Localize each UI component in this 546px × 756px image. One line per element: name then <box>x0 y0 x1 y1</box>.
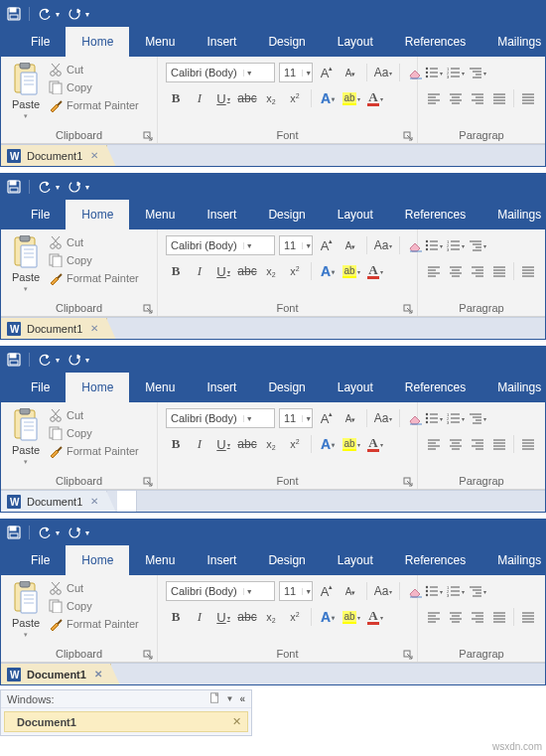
qat-customize[interactable]: ▾ <box>85 10 89 19</box>
paste-button[interactable]: Paste ▾ <box>7 233 45 293</box>
bold-button[interactable]: B <box>166 607 186 627</box>
numbering-button[interactable]: ▾ <box>446 581 466 601</box>
bullets-button[interactable]: ▾ <box>424 581 444 601</box>
clipboard-launcher[interactable] <box>143 650 153 660</box>
font-color-button[interactable]: A▾ <box>365 88 385 108</box>
line-spacing-button[interactable] <box>518 434 538 454</box>
font-name-combo[interactable]: Calibri (Body)▼ <box>166 408 275 428</box>
underline-button[interactable]: U▾ <box>213 88 233 108</box>
chevron-down-icon[interactable]: ▼ <box>243 70 253 76</box>
change-case-button[interactable]: Aa▾ <box>373 581 393 601</box>
tab-home[interactable]: Home <box>66 545 129 575</box>
multilevel-button[interactable]: ▾ <box>468 408 487 428</box>
tab-mailings[interactable]: Mailings <box>481 200 546 229</box>
format-painter-button[interactable]: Format Painter <box>49 98 139 112</box>
align-center-button[interactable] <box>446 607 466 627</box>
cut-button[interactable]: Cut <box>49 408 139 422</box>
line-spacing-button[interactable] <box>518 607 538 627</box>
numbering-button[interactable]: ▾ <box>446 63 466 82</box>
highlight-button[interactable]: ab▾ <box>341 88 361 108</box>
bullets-button[interactable]: ▾ <box>424 408 444 428</box>
clipboard-launcher[interactable] <box>143 304 153 314</box>
superscript-button[interactable]: x2 <box>285 434 305 454</box>
document-tab[interactable]: Document1 ✕ <box>1 664 111 684</box>
redo-icon[interactable] <box>68 526 81 539</box>
subscript-button[interactable]: x2 <box>261 434 281 454</box>
bullets-button[interactable]: ▾ <box>424 235 444 255</box>
tab-mailings[interactable]: Mailings <box>481 373 546 402</box>
chevron-down-icon[interactable]: ▼ <box>302 242 312 249</box>
clipboard-launcher[interactable] <box>143 131 153 141</box>
undo-dropdown[interactable]: ▾ <box>56 529 60 537</box>
bullets-button[interactable]: ▾ <box>424 63 444 82</box>
strikethrough-button[interactable]: abc <box>237 261 257 281</box>
subscript-button[interactable]: x2 <box>261 261 281 281</box>
tab-design[interactable]: Design <box>252 200 321 229</box>
italic-button[interactable]: I <box>190 434 209 454</box>
italic-button[interactable]: I <box>190 261 209 281</box>
dropdown-icon[interactable]: ▼ <box>226 694 234 703</box>
tab-design[interactable]: Design <box>252 27 321 57</box>
italic-button[interactable]: I <box>190 607 209 627</box>
align-center-button[interactable] <box>446 261 466 281</box>
cut-button[interactable]: Cut <box>49 581 139 595</box>
paste-dropdown[interactable]: ▾ <box>24 631 28 639</box>
font-launcher[interactable] <box>403 131 413 141</box>
tab-menu[interactable]: Menu <box>129 27 191 57</box>
undo-dropdown[interactable]: ▾ <box>56 356 60 365</box>
strikethrough-button[interactable]: abc <box>237 88 257 108</box>
save-icon[interactable] <box>7 180 21 194</box>
font-color-button[interactable]: A▾ <box>365 261 385 281</box>
clipboard-launcher[interactable] <box>143 477 153 487</box>
italic-button[interactable]: I <box>190 88 209 108</box>
text-effects-button[interactable]: A▾ <box>318 261 338 281</box>
redo-icon[interactable] <box>68 180 81 194</box>
grow-font-button[interactable]: A▴ <box>317 235 337 255</box>
tab-home[interactable]: Home <box>66 200 129 229</box>
chevron-down-icon[interactable]: ▼ <box>302 588 312 595</box>
text-effects-button[interactable]: A▾ <box>318 434 338 454</box>
justify-button[interactable] <box>489 261 509 281</box>
highlight-button[interactable]: ab▾ <box>341 261 361 281</box>
subscript-button[interactable]: x2 <box>261 607 281 627</box>
redo-icon[interactable] <box>68 353 81 367</box>
change-case-button[interactable]: Aa▾ <box>373 235 393 255</box>
text-effects-button[interactable]: A▾ <box>318 607 338 627</box>
qat-customize[interactable]: ▾ <box>85 183 89 192</box>
chevron-down-icon[interactable]: ▼ <box>243 242 253 249</box>
new-tab-placeholder[interactable] <box>117 491 137 512</box>
numbering-button[interactable]: ▾ <box>446 235 466 255</box>
align-right-button[interactable] <box>468 88 487 108</box>
font-launcher[interactable] <box>403 477 413 487</box>
windows-panel-item[interactable]: Document1 ✕ <box>4 711 248 732</box>
tab-mailings[interactable]: Mailings <box>481 545 546 575</box>
bold-button[interactable]: B <box>166 88 186 108</box>
font-color-button[interactable]: A▾ <box>365 607 385 627</box>
undo-icon[interactable] <box>38 7 52 21</box>
font-size-combo[interactable]: 11▼ <box>279 63 313 82</box>
save-icon[interactable] <box>7 7 21 21</box>
align-right-button[interactable] <box>468 434 487 454</box>
tab-file[interactable]: File <box>15 373 66 402</box>
format-painter-button[interactable]: Format Painter <box>49 444 139 458</box>
strikethrough-button[interactable]: abc <box>237 434 257 454</box>
tab-references[interactable]: References <box>389 200 481 229</box>
close-icon[interactable]: ✕ <box>232 715 241 728</box>
shrink-font-button[interactable]: A▾ <box>341 408 360 428</box>
highlight-button[interactable]: ab▾ <box>341 434 361 454</box>
clear-formatting-button[interactable] <box>406 408 426 428</box>
shrink-font-button[interactable]: A▾ <box>341 63 360 82</box>
tab-file[interactable]: File <box>15 200 66 229</box>
clear-formatting-button[interactable] <box>406 581 426 601</box>
bold-button[interactable]: B <box>166 434 186 454</box>
chevron-down-icon[interactable]: ▼ <box>243 415 253 422</box>
undo-icon[interactable] <box>38 353 52 367</box>
font-color-button[interactable]: A▾ <box>365 434 385 454</box>
shrink-font-button[interactable]: A▾ <box>341 581 360 601</box>
tab-menu[interactable]: Menu <box>129 373 191 402</box>
superscript-button[interactable]: x2 <box>285 88 305 108</box>
new-page-icon[interactable] <box>209 692 220 705</box>
font-size-combo[interactable]: 11▼ <box>279 581 313 601</box>
tab-references[interactable]: References <box>389 545 481 575</box>
underline-button[interactable]: U▾ <box>213 261 233 281</box>
